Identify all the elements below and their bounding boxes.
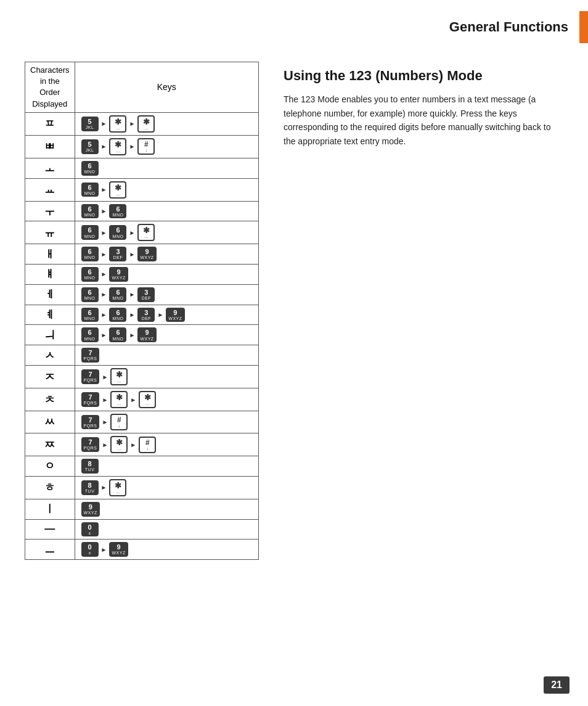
character-cell: ㅒ bbox=[25, 265, 75, 285]
table-row: ㅅ 7 PQRS bbox=[25, 345, 259, 366]
num-key-6: 6 MNO bbox=[81, 308, 99, 322]
character-cell: ㅎ bbox=[25, 476, 75, 499]
table-row: ㅢ 6 MNO ► 6 MNO ► 9 WXYZ bbox=[25, 325, 259, 345]
arrow-icon: ► bbox=[101, 311, 107, 318]
num-key-6: 6 MNO bbox=[109, 308, 126, 322]
table-row: — 0 ± bbox=[25, 519, 259, 540]
num-key-6: 6 MNO bbox=[109, 225, 126, 240]
star-key: ✱ … bbox=[109, 181, 126, 199]
num-key-6: 6 MNO bbox=[81, 327, 99, 342]
num-key-6: 6 MNO bbox=[81, 247, 99, 261]
arrow-icon: ► bbox=[101, 271, 107, 277]
table-row: ㅍ 5 JKL ► ✱ … ► ✱ … bbox=[25, 112, 259, 135]
num-key-3: 3 DEF bbox=[109, 247, 126, 261]
arrow-icon: ► bbox=[129, 291, 135, 298]
character-cell: ㅉ bbox=[25, 433, 75, 456]
section-title: Using the 123 (Numbers) Mode bbox=[284, 68, 563, 84]
num-key-6: 6 MNO bbox=[81, 161, 99, 176]
num-key-9: 9 WXYZ bbox=[109, 267, 128, 282]
arrow-icon: ► bbox=[102, 419, 108, 425]
hash-key: # ↓ bbox=[110, 414, 128, 430]
table-row: ㅗ 6 MNO bbox=[25, 158, 259, 178]
arrow-icon: ► bbox=[102, 374, 108, 380]
arrow-icon: ► bbox=[157, 311, 163, 318]
num-key-6: 6 MNO bbox=[109, 287, 126, 302]
keys-cell: 0 ± bbox=[75, 519, 258, 540]
arrow-icon: ► bbox=[101, 208, 107, 215]
keys-cell: 6 MNO ► 6 MNO ► 3 DEF ► 9 WXYZ bbox=[75, 305, 258, 325]
main-content: Charactersin the OrderDisplayed Keys ㅍ 5… bbox=[0, 49, 588, 572]
page-number: 21 bbox=[544, 676, 570, 694]
num-key-6: 6 MNO bbox=[81, 204, 99, 219]
num-key-9: 9 WXYZ bbox=[166, 308, 184, 322]
keys-cell: 6 MNO ► ✱ … bbox=[75, 178, 258, 201]
arrow-icon: ► bbox=[129, 332, 135, 339]
num-key-8: 8 TUV bbox=[81, 459, 99, 474]
arrow-icon: ► bbox=[129, 251, 135, 258]
keys-cell: 8 TUV bbox=[75, 456, 258, 477]
num-key-7: 7 PQRS bbox=[81, 392, 100, 407]
col-header-characters: Charactersin the OrderDisplayed bbox=[25, 62, 75, 113]
num-key-9: 9 WXYZ bbox=[81, 502, 100, 517]
num-key-7: 7 PQRS bbox=[81, 437, 100, 452]
table-row: ㅈ 7 PQRS ► ✱ … bbox=[25, 366, 259, 388]
table-row: ㅆ 7 PQRS ► # ↓ bbox=[25, 411, 259, 433]
star-key: ✱ … bbox=[137, 115, 155, 133]
star-key: ✱ … bbox=[109, 138, 126, 155]
keys-cell: 6 MNO ► 3 DEF ► 9 WXYZ bbox=[75, 244, 258, 265]
arrow-icon: ► bbox=[101, 229, 107, 236]
character-cell: ㅣ bbox=[25, 499, 75, 519]
arrow-icon: ► bbox=[129, 229, 135, 236]
keys-cell: 6 MNO ► 6 MNO ► ✱ … bbox=[75, 221, 258, 244]
num-key-6: 6 MNO bbox=[81, 287, 99, 302]
arrow-icon: ► bbox=[130, 441, 136, 448]
table-row: ㅡ 0 ± ► 9 WXYZ bbox=[25, 540, 259, 560]
table-row: ㅣ 9 WXYZ bbox=[25, 499, 259, 519]
num-key-9: 9 WXYZ bbox=[137, 327, 156, 342]
page-header: General Functions bbox=[0, 0, 588, 49]
arrow-icon: ► bbox=[101, 143, 107, 150]
table-row: ㅃ 5 JKL ► ✱ … ► # ↓ bbox=[25, 135, 259, 158]
keys-cell: 0 ± ► 9 WXYZ bbox=[75, 540, 258, 560]
character-cell: ㅠ bbox=[25, 221, 75, 244]
arrow-icon: ► bbox=[130, 396, 136, 403]
num-key-0: 0 ± bbox=[81, 542, 99, 557]
star-key: ✱ … bbox=[110, 436, 128, 453]
character-cell: ㅊ bbox=[25, 388, 75, 411]
num-key-6: 6 MNO bbox=[109, 327, 126, 342]
table-row: ㅊ 7 PQRS ► ✱ … ► ✱ … bbox=[25, 388, 259, 411]
table-row: ㅠ 6 MNO ► 6 MNO ► ✱ … bbox=[25, 221, 259, 244]
character-cell: ㅡ bbox=[25, 540, 75, 560]
num-key-9: 9 WXYZ bbox=[137, 247, 156, 261]
star-key: ✱ … bbox=[137, 224, 155, 241]
table-row: ㅔ 6 MNO ► 6 MNO ► 3 DEF bbox=[25, 284, 259, 305]
table-row: ㅇ 8 TUV bbox=[25, 456, 259, 477]
keys-cell: 7 PQRS bbox=[75, 345, 258, 366]
arrow-icon: ► bbox=[129, 311, 135, 318]
arrow-icon: ► bbox=[101, 120, 107, 127]
num-key-3: 3 DEF bbox=[137, 308, 155, 322]
header-title: General Functions bbox=[449, 19, 574, 35]
num-key-6: 6 MNO bbox=[81, 225, 99, 240]
arrow-icon: ► bbox=[101, 546, 107, 553]
text-section: Using the 123 (Numbers) Mode The 123 Mod… bbox=[284, 62, 563, 560]
keys-cell: 7 PQRS ► ✱ … ► ✱ … bbox=[75, 388, 258, 411]
character-cell: ㅇ bbox=[25, 456, 75, 477]
arrow-icon: ► bbox=[102, 441, 108, 448]
star-key: ✱ … bbox=[109, 479, 126, 496]
keys-cell: 6 MNO ► 6 MNO bbox=[75, 201, 258, 221]
keys-cell: 7 PQRS ► ✱ … ► # ↓ bbox=[75, 433, 258, 456]
star-key: ✱ … bbox=[139, 391, 156, 408]
keys-cell: 6 MNO bbox=[75, 158, 258, 178]
keys-cell: 5 JKL ► ✱ … ► # ↓ bbox=[75, 135, 258, 158]
star-key: ✱ … bbox=[109, 115, 126, 133]
table-row: ㅛ 6 MNO ► ✱ … bbox=[25, 178, 259, 201]
keys-cell: 5 JKL ► ✱ … ► ✱ … bbox=[75, 112, 258, 135]
table-row: ㅎ 8 TUV ► ✱ … bbox=[25, 476, 259, 499]
keys-cell: 6 MNO ► 9 WXYZ bbox=[75, 265, 258, 285]
hash-key: # ↓ bbox=[139, 437, 156, 453]
num-key-7: 7 PQRS bbox=[81, 369, 100, 384]
num-key-8: 8 TUV bbox=[81, 480, 99, 495]
arrow-icon: ► bbox=[129, 120, 135, 127]
num-key-9: 9 WXYZ bbox=[109, 542, 128, 557]
